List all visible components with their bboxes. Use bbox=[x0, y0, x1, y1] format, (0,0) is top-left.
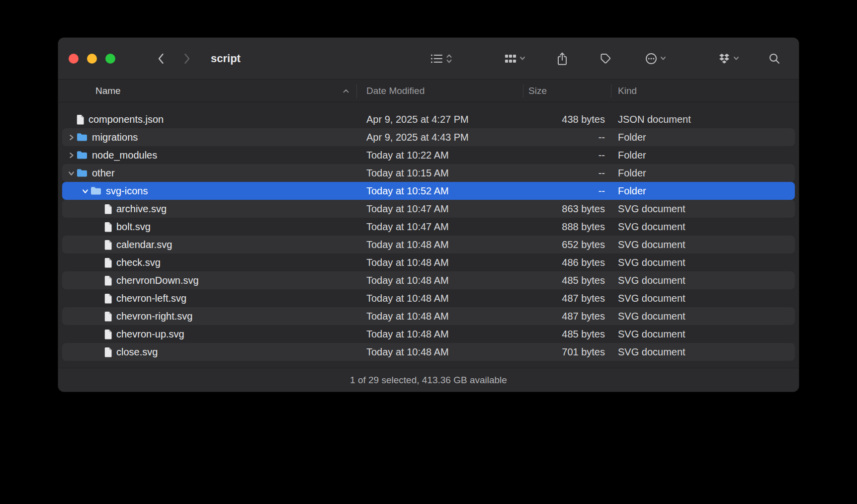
file-size: 485 bytes bbox=[523, 275, 611, 286]
file-row[interactable]: svg-icons Today at 10:52 AM -- Folder bbox=[62, 182, 795, 200]
file-row[interactable]: node_modules Today at 10:22 AM -- Folder bbox=[62, 146, 795, 164]
file-name: close.svg bbox=[116, 346, 158, 358]
name-cell: archive.svg bbox=[62, 203, 357, 215]
search-button[interactable] bbox=[765, 50, 784, 67]
document-icon bbox=[104, 257, 112, 268]
file-kind: SVG document bbox=[611, 203, 795, 215]
chevron-right-icon bbox=[183, 53, 191, 65]
forward-button[interactable] bbox=[180, 51, 194, 67]
document-icon bbox=[104, 240, 112, 250]
file-row[interactable]: chevron-right.svg Today at 10:48 AM 487 … bbox=[62, 307, 795, 325]
file-name: other bbox=[92, 168, 115, 179]
disclosure-triangle[interactable] bbox=[66, 170, 76, 176]
more-actions-button[interactable] bbox=[642, 50, 669, 67]
file-date: Today at 10:22 AM bbox=[357, 150, 523, 161]
tag-button[interactable] bbox=[596, 50, 615, 67]
file-date: Today at 10:47 AM bbox=[357, 221, 523, 233]
file-kind: SVG document bbox=[611, 329, 795, 340]
file-kind: SVG document bbox=[611, 221, 795, 233]
name-cell: svg-icons bbox=[62, 185, 357, 197]
file-row[interactable]: check.svg Today at 10:48 AM 486 bytes SV… bbox=[62, 253, 795, 271]
file-name: chervronDown.svg bbox=[116, 275, 199, 286]
list-view-icon bbox=[430, 53, 443, 65]
file-row[interactable]: chervronDown.svg Today at 10:48 AM 485 b… bbox=[62, 271, 795, 289]
file-row[interactable]: calendar.svg Today at 10:48 AM 652 bytes… bbox=[62, 236, 795, 253]
file-row[interactable]: archive.svg Today at 10:47 AM 863 bytes … bbox=[62, 200, 795, 218]
name-cell: chevron-up.svg bbox=[62, 329, 357, 340]
name-cell: chevron-right.svg bbox=[62, 311, 357, 322]
share-icon bbox=[556, 52, 568, 66]
dropbox-icon bbox=[718, 53, 731, 65]
column-header-date-modified[interactable]: Date Modified bbox=[357, 84, 523, 98]
file-row[interactable]: other Today at 10:15 AM -- Folder bbox=[62, 164, 795, 182]
file-kind: Folder bbox=[611, 168, 795, 179]
file-size: 888 bytes bbox=[523, 221, 611, 233]
group-view-button[interactable] bbox=[501, 51, 528, 66]
column-header-date-label: Date Modified bbox=[366, 85, 425, 96]
file-kind: SVG document bbox=[611, 311, 795, 322]
name-cell: close.svg bbox=[62, 346, 357, 358]
file-name: chevron-up.svg bbox=[116, 329, 184, 340]
chevron-down-icon bbox=[660, 56, 666, 61]
file-date: Today at 10:48 AM bbox=[357, 293, 523, 304]
name-cell: chervronDown.svg bbox=[62, 275, 357, 286]
column-headers: Name Date Modified Size Kind bbox=[58, 80, 799, 102]
sort-ascending-icon bbox=[343, 88, 349, 93]
file-row[interactable]: bolt.svg Today at 10:47 AM 888 bytes SVG… bbox=[62, 218, 795, 236]
file-size: -- bbox=[523, 168, 611, 179]
file-date: Apr 9, 2025 at 4:43 PM bbox=[357, 132, 523, 143]
zoom-button[interactable] bbox=[105, 54, 115, 64]
column-header-size-label: Size bbox=[528, 85, 547, 96]
file-size: 863 bytes bbox=[523, 203, 611, 215]
close-button[interactable] bbox=[69, 54, 79, 64]
file-name: archive.svg bbox=[116, 203, 167, 215]
file-name: components.json bbox=[88, 114, 164, 125]
document-icon bbox=[104, 329, 112, 339]
column-header-kind-label: Kind bbox=[618, 85, 637, 96]
name-cell: calendar.svg bbox=[62, 239, 357, 251]
file-date: Today at 10:47 AM bbox=[357, 203, 523, 215]
share-button[interactable] bbox=[553, 50, 571, 68]
file-kind: SVG document bbox=[611, 239, 795, 251]
file-kind: SVG document bbox=[611, 293, 795, 304]
file-name: node_modules bbox=[92, 150, 157, 161]
file-name: migrations bbox=[92, 132, 138, 143]
chevron-left-icon bbox=[157, 53, 165, 65]
folder-icon bbox=[76, 132, 88, 142]
chevron-down-icon bbox=[733, 56, 739, 61]
file-row[interactable]: migrations Apr 9, 2025 at 4:43 PM -- Fol… bbox=[62, 128, 795, 146]
file-row[interactable]: close.svg Today at 10:48 AM 701 bytes SV… bbox=[62, 343, 795, 361]
chevron-down-icon bbox=[519, 56, 525, 61]
disclosure-triangle[interactable] bbox=[66, 134, 76, 141]
dropbox-button[interactable] bbox=[715, 51, 742, 67]
column-header-size[interactable]: Size bbox=[523, 84, 611, 98]
file-size: 487 bytes bbox=[523, 293, 611, 304]
status-text: 1 of 29 selected, 413.36 GB available bbox=[350, 375, 507, 386]
file-kind: Folder bbox=[611, 185, 795, 197]
column-header-name[interactable]: Name bbox=[58, 84, 357, 98]
file-row[interactable]: chevron-up.svg Today at 10:48 AM 485 byt… bbox=[62, 325, 795, 343]
document-icon bbox=[104, 293, 112, 304]
file-name: svg-icons bbox=[106, 185, 148, 197]
file-date: Today at 10:48 AM bbox=[357, 346, 523, 358]
disclosure-triangle[interactable] bbox=[80, 188, 90, 194]
folder-icon bbox=[76, 168, 88, 178]
file-size: -- bbox=[523, 150, 611, 161]
file-row[interactable]: chevron-left.svg Today at 10:48 AM 487 b… bbox=[62, 289, 795, 307]
disclosure-triangle[interactable] bbox=[66, 152, 76, 159]
view-list-button[interactable] bbox=[427, 51, 455, 67]
column-header-kind[interactable]: Kind bbox=[611, 84, 799, 98]
file-row[interactable]: components.json Apr 9, 2025 at 4:27 PM 4… bbox=[62, 110, 795, 128]
file-size: 701 bytes bbox=[523, 346, 611, 358]
name-cell: bolt.svg bbox=[62, 221, 357, 233]
file-size: 438 bytes bbox=[523, 114, 611, 125]
document-icon bbox=[104, 222, 112, 232]
minimize-button[interactable] bbox=[87, 54, 97, 64]
back-button[interactable] bbox=[154, 51, 168, 67]
toolbar: script bbox=[58, 38, 799, 80]
file-date: Today at 10:15 AM bbox=[357, 168, 523, 179]
document-icon bbox=[104, 311, 112, 322]
file-kind: JSON document bbox=[611, 114, 795, 125]
file-list: components.json Apr 9, 2025 at 4:27 PM 4… bbox=[58, 102, 799, 361]
view-switcher-chevrons-icon bbox=[446, 53, 452, 65]
